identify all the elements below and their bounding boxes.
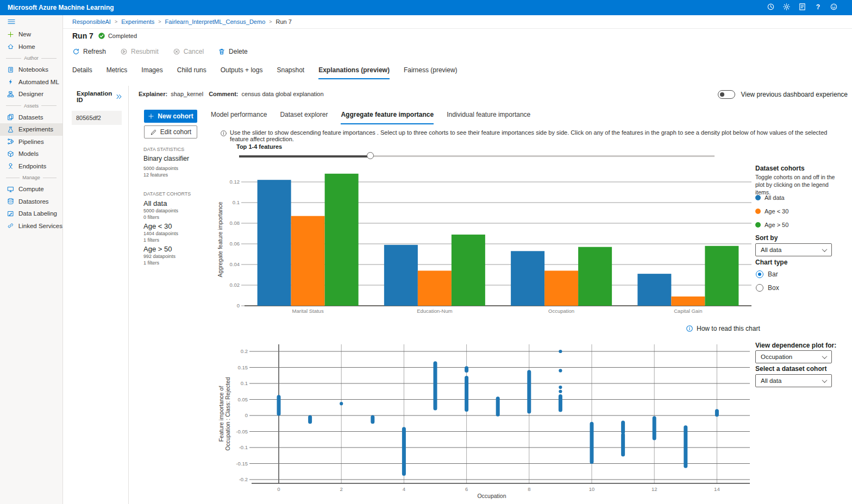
sidebar-item-datastores[interactable]: Datastores [0, 196, 62, 208]
datapoints-count: 5000 datapoints [143, 165, 214, 172]
sidebar-item-home[interactable]: Home [0, 41, 62, 53]
history-icon[interactable] [767, 3, 775, 13]
svg-text:Capital Gain: Capital Gain [674, 308, 702, 314]
refresh-button[interactable]: Refresh [72, 48, 106, 55]
slider-handle[interactable] [367, 152, 374, 159]
top-app-bar: Microsoft Azure Machine Learning ? [0, 0, 852, 15]
chart-type-bar-radio[interactable]: Bar [756, 270, 778, 278]
tab-dataset-explorer[interactable]: Dataset explorer [280, 111, 328, 124]
refresh-label: Refresh [83, 48, 106, 55]
cohort-name: All data [143, 199, 214, 207]
linked-services-icon [7, 222, 14, 229]
sidebar-item-experiments[interactable]: Experiments [0, 123, 62, 136]
svg-text:8: 8 [528, 486, 530, 492]
models-icon [7, 150, 14, 158]
breadcrumb-item-experiments[interactable]: Experiments [121, 18, 154, 25]
tab-fairness-preview[interactable]: Fairness (preview) [404, 66, 458, 79]
smiley-icon[interactable] [830, 3, 838, 13]
resubmit-icon [120, 48, 128, 55]
sidebar-item-models[interactable]: Models [0, 148, 62, 160]
resubmit-label: Resubmit [131, 48, 159, 55]
dependence-scatter-plot[interactable]: 024681012140.20.150.10.050-0.05-0.1-0.15… [214, 338, 757, 502]
sidebar-item-automated-ml[interactable]: Automated ML [0, 76, 62, 89]
tab-snapshot[interactable]: Snapshot [277, 66, 304, 79]
plus-icon [7, 31, 14, 38]
tab-explanations-preview[interactable]: Explanations (preview) [318, 66, 390, 79]
svg-text:Occupation: Occupation [548, 308, 574, 314]
sidebar-section-author: Author [0, 53, 62, 64]
bar-education-num-age-50[interactable] [452, 235, 485, 306]
tab-images[interactable]: Images [141, 66, 162, 79]
breadcrumb-separator: > [115, 19, 117, 24]
sidebar-item-label: Data Labeling [18, 210, 57, 217]
svg-text:0.04: 0.04 [230, 261, 240, 267]
help-icon[interactable]: ? [814, 3, 822, 13]
sidebar-item-compute[interactable]: Compute [0, 183, 62, 196]
delete-button[interactable]: Delete [218, 48, 248, 55]
sidebar-item-label: Linked Services [18, 223, 62, 229]
top-features-slider[interactable] [239, 152, 715, 160]
sidebar-item-label: Home [18, 43, 35, 50]
svg-text:0.15: 0.15 [238, 364, 248, 370]
sidebar-item-endpoints[interactable]: Endpoints [0, 160, 62, 173]
bar-marital-status-all-data[interactable] [258, 180, 291, 306]
feedback-icon[interactable] [798, 3, 806, 13]
dependence-feature-dropdown[interactable]: Occupation [755, 350, 832, 363]
info-icon [686, 325, 693, 332]
sidebar-item-data-labeling[interactable]: Data Labeling [0, 207, 62, 220]
bar-capital-gain-age-30[interactable] [671, 297, 705, 306]
breadcrumb-item-responsibleai[interactable]: ResponsibleAI [72, 18, 111, 25]
sidebar-item-linked-services[interactable]: Linked Services [0, 220, 62, 232]
tab-model-performance[interactable]: Model performance [211, 111, 267, 124]
gear-icon[interactable] [782, 3, 791, 13]
dataset-cohorts-heading: DATASET COHORTS [143, 191, 214, 197]
endpoints-icon [7, 162, 14, 169]
bar-marital-status-age-50[interactable] [325, 174, 359, 306]
edit-cohort-button[interactable]: Edit cohort [144, 125, 197, 138]
how-to-read-link[interactable]: How to read this chart [686, 325, 760, 332]
home-icon [7, 43, 14, 50]
sort-by-dropdown[interactable]: All data [755, 243, 832, 256]
chevron-down-icon [822, 247, 828, 252]
tab-aggregate-feature-importance[interactable]: Aggregate feature importance [341, 111, 434, 124]
legend-label: Age < 30 [765, 208, 788, 215]
breadcrumb-item-fairlearn-interpretml-census-demo[interactable]: Fairlearn_InterpretML_Census_Demo [165, 18, 266, 25]
dependence-cohort-dropdown[interactable]: All data [755, 374, 832, 387]
sidebar-item-datasets[interactable]: Datasets [0, 111, 62, 124]
tab-outputs-logs[interactable]: Outputs + logs [221, 66, 263, 79]
datasets-icon [7, 114, 14, 121]
aggregate-importance-bar-chart[interactable]: 00.020.040.060.080.10.12Marital StatusEd… [214, 166, 757, 316]
bar-occupation-all-data[interactable] [511, 251, 544, 306]
previous-dashboard-toggle[interactable] [718, 90, 735, 99]
sidebar-item-label: Notebooks [18, 66, 48, 73]
double-chevron-right-icon[interactable] [115, 93, 123, 100]
bar-capital-gain-age-50[interactable] [705, 246, 738, 306]
explanation-id-item[interactable]: 80565df2 [72, 111, 122, 125]
legend-item-age-30[interactable]: Age < 30 [755, 204, 788, 218]
new-cohort-button[interactable]: New cohort [144, 110, 197, 123]
tab-individual-feature-importance[interactable]: Individual feature importance [447, 111, 530, 124]
bar-capital-gain-all-data[interactable] [637, 274, 671, 306]
explanation-panel-title: Explanation ID [77, 90, 115, 103]
tab-metrics[interactable]: Metrics [106, 66, 128, 79]
notebook-icon [7, 66, 14, 73]
sidebar-item-notebooks[interactable]: Notebooks [0, 64, 62, 76]
sidebar-item-new[interactable]: New [0, 28, 62, 41]
bar-education-num-age-30[interactable] [418, 270, 452, 306]
sidebar-item-designer[interactable]: Designer [0, 88, 62, 100]
tab-details[interactable]: Details [72, 66, 92, 79]
bar-occupation-age-50[interactable] [578, 247, 612, 306]
radio-icon [756, 270, 763, 278]
app-title: Microsoft Azure Machine Learning [8, 4, 767, 11]
bar-education-num-all-data[interactable] [384, 245, 418, 306]
sidebar-item-pipelines[interactable]: Pipelines [0, 136, 62, 148]
svg-text:0: 0 [245, 412, 248, 418]
hamburger-menu-icon[interactable] [0, 15, 62, 28]
tab-child-runs[interactable]: Child runs [177, 66, 206, 79]
bar-marital-status-age-30[interactable] [291, 216, 325, 306]
legend-item-all-data[interactable]: All data [755, 191, 788, 204]
chart-type-box-radio[interactable]: Box [756, 284, 779, 292]
legend-item-age-50[interactable]: Age > 50 [755, 218, 788, 231]
info-icon [220, 130, 227, 137]
bar-occupation-age-30[interactable] [544, 270, 578, 306]
